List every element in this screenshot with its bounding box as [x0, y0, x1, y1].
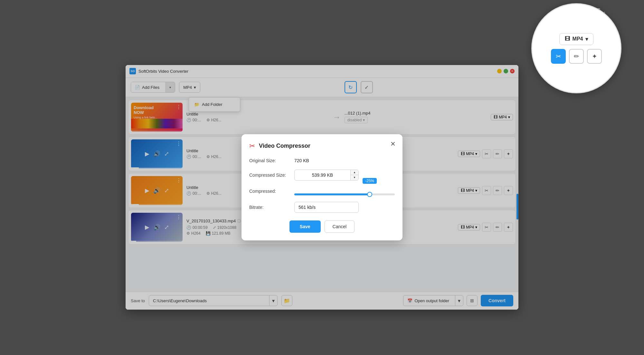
- spinner-up-button[interactable]: ▲: [351, 170, 358, 175]
- zoom-compress-button[interactable]: ✂: [551, 49, 566, 64]
- zoom-actions: ✂ ✏ ✦: [551, 49, 602, 64]
- zoom-film-icon: 🎞: [565, 36, 570, 42]
- slider-fill: [294, 193, 370, 195]
- modal-cancel-button[interactable]: Cancel: [325, 220, 355, 233]
- spinner-down-button[interactable]: ▼: [351, 175, 358, 180]
- original-size-row: Original Size: 720 KB: [249, 158, 395, 163]
- compression-slider-track[interactable]: [294, 193, 395, 195]
- zoom-edit-icon: ✏: [574, 52, 579, 60]
- compressed-size-value: 539.99 KB: [295, 171, 350, 180]
- modal-title: Video Compressor: [259, 143, 310, 149]
- zoom-magic-icon: ✦: [592, 52, 597, 60]
- compression-slider-container: -25%: [294, 187, 395, 195]
- bitrate-input[interactable]: [294, 202, 359, 213]
- compressed-label: Compressed:: [249, 189, 294, 194]
- app-window: SO SoftOrbits Video Converter ✕ 📄 Add Fi…: [126, 65, 518, 310]
- bitrate-row: Bitrate:: [249, 202, 395, 213]
- slider-thumb[interactable]: [367, 192, 372, 197]
- compressor-icon: ✂: [249, 142, 255, 150]
- zoom-circle: 🎞 MP4 ▾ ✂ ✏ ✦: [531, 3, 621, 93]
- compression-badge: -25%: [363, 178, 377, 184]
- video-compressor-modal: ✂ Video Compressor ✕ Original Size: 720 …: [242, 134, 402, 240]
- zoom-edit-button[interactable]: ✏: [569, 49, 584, 64]
- zoom-mp4-label: MP4: [573, 36, 583, 42]
- original-size-value: 720 KB: [294, 158, 309, 163]
- modal-header: ✂ Video Compressor: [249, 142, 395, 150]
- zoom-magic-button[interactable]: ✦: [587, 49, 602, 64]
- spinner-buttons: ▲ ▼: [350, 170, 358, 180]
- compressed-size-input[interactable]: 539.99 KB ▲ ▼: [294, 170, 359, 181]
- compressed-slider-row: Compressed: -25%: [249, 187, 395, 195]
- modal-save-button[interactable]: Save: [289, 220, 321, 233]
- original-size-label: Original Size:: [249, 158, 294, 163]
- compressed-size-label: Compressed Size:: [249, 173, 294, 178]
- modal-footer: Save Cancel: [249, 220, 395, 233]
- zoom-mp4-button[interactable]: 🎞 MP4 ▾: [559, 33, 594, 45]
- modal-overlay: ✂ Video Compressor ✕ Original Size: 720 …: [126, 65, 518, 310]
- zoom-chevron: ▾: [585, 36, 588, 42]
- modal-close-button[interactable]: ✕: [388, 139, 397, 148]
- bitrate-label: Bitrate:: [249, 205, 294, 210]
- zoom-compress-icon: ✂: [556, 52, 561, 60]
